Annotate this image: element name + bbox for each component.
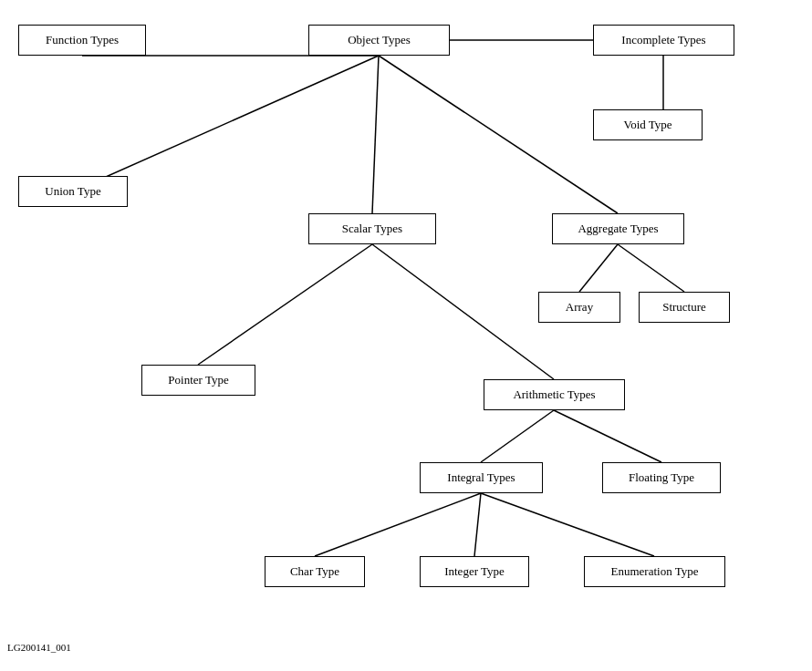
svg-line-5 — [372, 56, 379, 213]
svg-line-6 — [379, 56, 618, 213]
object-types-node: Object Types — [308, 25, 450, 56]
svg-line-14 — [474, 493, 481, 556]
diagram-caption: LG200141_001 — [7, 642, 71, 653]
svg-line-7 — [579, 244, 618, 292]
floating-type-node: Floating Type — [602, 462, 721, 493]
svg-line-8 — [618, 244, 684, 292]
integer-type-node: Integer Type — [420, 556, 529, 587]
scalar-types-node: Scalar Types — [308, 213, 436, 244]
function-types-node: Function Types — [18, 25, 146, 56]
array-node: Array — [538, 292, 620, 323]
diagram-container: Function Types Object Types Incomplete T… — [0, 0, 812, 656]
pointer-type-node: Pointer Type — [141, 365, 255, 396]
svg-line-15 — [481, 493, 654, 556]
integral-types-node: Integral Types — [420, 462, 543, 493]
incomplete-types-node: Incomplete Types — [593, 25, 734, 56]
structure-node: Structure — [639, 292, 730, 323]
svg-line-12 — [554, 410, 661, 462]
void-type-node: Void Type — [593, 109, 703, 140]
svg-line-4 — [73, 56, 379, 191]
svg-line-9 — [198, 244, 372, 365]
enumeration-type-node: Enumeration Type — [584, 556, 725, 587]
char-type-node: Char Type — [265, 556, 365, 587]
svg-line-13 — [315, 493, 481, 556]
svg-line-10 — [372, 244, 554, 379]
union-type-node: Union Type — [18, 176, 128, 207]
arithmetic-types-node: Arithmetic Types — [484, 379, 625, 410]
aggregate-types-node: Aggregate Types — [552, 213, 684, 244]
svg-line-11 — [481, 410, 554, 462]
